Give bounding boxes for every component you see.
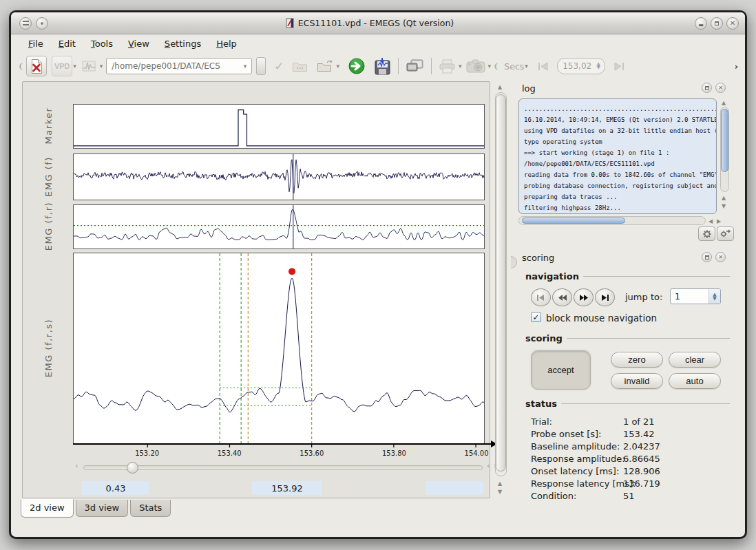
path-combobox[interactable]: /home/pepe001/DATA/ECS ▾ (106, 58, 252, 74)
open-folder-button[interactable] (315, 56, 336, 76)
block-mouse-nav-checkbox[interactable]: ✓ (531, 312, 541, 322)
vpd-dropdown-icon[interactable]: ▾ (73, 63, 76, 70)
toolbar-overflow-chevron[interactable]: › (735, 61, 738, 72)
waveform-dropdown-icon[interactable]: ▾ (100, 63, 103, 70)
menu-edit[interactable]: Edit (52, 36, 82, 51)
menu-file[interactable]: File (22, 36, 50, 51)
tab-2d-view[interactable]: 2d view (21, 499, 74, 518)
accept-button[interactable]: accept (531, 350, 591, 390)
previous-trial-button[interactable] (552, 288, 572, 306)
status-label: Onset latency [ms]: (531, 466, 619, 476)
display-windows-button[interactable] (403, 56, 426, 76)
go-button[interactable] (346, 56, 368, 76)
log-scroll-right-icon[interactable]: ▶ (717, 218, 721, 224)
first-trial-button[interactable] (531, 288, 551, 306)
menu-tools[interactable]: Tools (85, 36, 119, 51)
log-vscroll-thumb[interactable] (721, 109, 728, 172)
log-float-button[interactable] (702, 83, 712, 93)
close-file-button[interactable] (26, 56, 47, 76)
title-bar[interactable]: ECS11101.vpd - EMEGS (Qt version) ▬ ✕ (11, 12, 745, 34)
units-select[interactable]: Secs ▾ (504, 61, 530, 72)
zero-button[interactable]: zero (611, 352, 663, 368)
footer-value-right (426, 481, 483, 495)
units-dropdown-icon: ▾ (525, 63, 528, 70)
toolbar: ❨ VPD ▾ ▾ /home/pepe001/DATA/ECS ▾ ✓ ▾ (11, 52, 745, 80)
maximize-button[interactable] (711, 17, 723, 30)
step-forward-button[interactable] (609, 56, 629, 76)
menu-view[interactable]: View (122, 36, 156, 51)
browse-folder-button[interactable] (290, 56, 311, 76)
plot-emg-fr[interactable] (73, 204, 485, 249)
scroll-down-icon[interactable]: ▼ (498, 489, 502, 495)
snapshot-dropdown-icon[interactable]: ▾ (488, 63, 492, 70)
minimize-button[interactable]: ▬ (695, 17, 707, 30)
last-trial-button[interactable] (595, 288, 615, 306)
log-scroll-up-icon[interactable]: ▲ (722, 100, 726, 106)
print-dropdown-icon[interactable]: ▾ (459, 63, 462, 70)
log-scroll-left-icon[interactable]: ◀ (708, 218, 713, 224)
log-panel-header[interactable]: log ✕ (516, 81, 737, 95)
float-icon (705, 86, 709, 90)
jump-to-spinbox[interactable]: 1 ▲▼ (670, 288, 721, 304)
log-settings-button[interactable] (698, 226, 715, 241)
jump-spin-arrows[interactable]: ▲▼ (708, 289, 720, 304)
status-row-condition: Condition:51 (531, 491, 731, 503)
invalid-button[interactable]: invalid (611, 373, 663, 389)
scroll-up-icon-2[interactable]: ▲ (498, 480, 502, 487)
log-line: probing database connection, registering… (524, 180, 713, 191)
apply-check-icon[interactable]: ✓ (274, 59, 284, 73)
status-label: Trial: (531, 416, 552, 427)
log-scroll-down-icon[interactable]: ▼ (722, 203, 726, 209)
clear-button[interactable]: clear (669, 352, 721, 368)
snapshot-button[interactable] (464, 56, 487, 76)
print-button[interactable] (437, 56, 458, 76)
plot-marker[interactable] (73, 104, 485, 149)
status-value: 2.04237 (623, 441, 660, 452)
save-button[interactable] (372, 56, 393, 76)
x-tick-label: 153.20 (135, 449, 159, 457)
window-menu-button[interactable] (19, 17, 32, 30)
log-scroll-up-icon-2[interactable]: ▲ (722, 195, 726, 201)
toolbar-separator (398, 58, 399, 74)
plot-emg-frs[interactable] (73, 253, 485, 445)
window-pin-button[interactable] (36, 17, 48, 30)
footer-value-left: 0.43 (82, 481, 149, 495)
log-horizontal-scrollbar[interactable] (518, 216, 706, 225)
tab-3d-view[interactable]: 3d view (76, 500, 129, 517)
time-slider[interactable] (83, 465, 483, 470)
log-vertical-scrollbar[interactable]: ▲ ▲ ▼ (719, 98, 731, 214)
main-scrollbar-thumb[interactable] (496, 94, 506, 472)
folder-browse-icon (292, 61, 308, 72)
slider-left-arrow[interactable]: ‹ (75, 461, 78, 470)
log-line: 16.10.2014, 10:49:14, EMEGS (Qt version)… (524, 114, 713, 125)
slider-right-arrow-a[interactable]: ‹ (487, 461, 490, 470)
log-line: type operating system (524, 136, 713, 147)
next-trial-button[interactable] (574, 288, 594, 306)
log-output[interactable]: ........................................… (518, 98, 717, 214)
path-toggle-button[interactable] (256, 57, 266, 75)
open-folder-dropdown-icon[interactable]: ▾ (337, 63, 340, 70)
position-spin-arrows[interactable]: ▲▼ (597, 63, 605, 70)
scroll-up-icon[interactable]: ▲ (498, 84, 502, 90)
position-spinbox[interactable]: 153,02 ▲▼ (557, 58, 605, 74)
plot-emg-f[interactable] (73, 154, 485, 200)
time-slider-handle[interactable] (127, 462, 138, 474)
scoring-float-button[interactable] (702, 252, 712, 262)
auto-button[interactable]: auto (669, 373, 721, 389)
menu-help[interactable]: Help (210, 36, 243, 51)
step-back-button[interactable] (533, 56, 554, 76)
tab-stats[interactable]: Stats (130, 500, 171, 517)
log-save-button[interactable] (717, 226, 734, 241)
log-close-button[interactable]: ✕ (715, 83, 726, 93)
vpd-mode-button[interactable]: VPD (52, 56, 72, 76)
rewind-icon (558, 294, 567, 302)
waveform-view-button[interactable] (78, 56, 99, 76)
menu-settings[interactable]: Settings (158, 36, 207, 51)
log-hscroll-thumb[interactable] (522, 218, 625, 224)
scoring-panel-header[interactable]: scoring ✕ (516, 251, 737, 264)
scoring-close-button[interactable]: ✕ (715, 252, 726, 262)
monitors-icon (406, 59, 424, 74)
close-button[interactable]: ✕ (726, 17, 739, 30)
x-tick-label: 153.60 (300, 449, 324, 457)
main-vertical-scrollbar[interactable]: ▲ ▲ ▼ (493, 83, 510, 497)
